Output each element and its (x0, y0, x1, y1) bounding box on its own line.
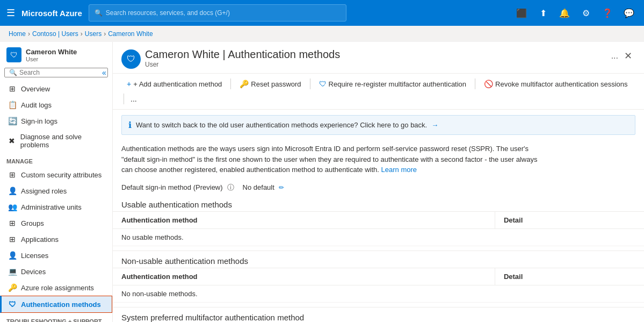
close-button[interactable]: ✕ (620, 48, 635, 63)
sidebar-item-devices[interactable]: 💻 Devices (0, 263, 112, 280)
default-signin-edit-icon[interactable]: ✏ (279, 184, 284, 191)
hamburger-menu-icon[interactable]: ☰ (6, 7, 15, 19)
table-row: No usable methods. (113, 228, 644, 246)
sidebar: 🛡 Cameron White User 🔍 « ⊞ Overview 📋 Au… (0, 42, 113, 322)
breadcrumb-home[interactable]: Home (9, 30, 26, 38)
table-row: No non-usable methods. (113, 285, 644, 302)
info-banner-text: Want to switch back to the old user auth… (136, 121, 427, 129)
upload-icon[interactable]: ⬆ (534, 4, 552, 22)
toolbar-sep2 (310, 78, 310, 89)
cloud-shell-icon[interactable]: ⬛ (513, 4, 530, 22)
learn-more-link[interactable]: Learn more (381, 166, 417, 174)
content-header: 🛡 Cameron White | Authentication methods… (113, 42, 644, 74)
devices-icon: 💻 (8, 267, 17, 276)
sidebar-item-custom-security[interactable]: ⊞ Custom security attributes (0, 167, 112, 183)
revoke-mfa-label: Revoke multifactor authentication sessio… (495, 80, 627, 88)
sidebar-navigation: ⊞ Overview 📋 Audit logs 🔄 Sign-in logs ✖… (0, 81, 112, 322)
info-banner: ℹ Want to switch back to the old user au… (121, 115, 635, 135)
notification-bell-icon[interactable]: 🔔 (556, 4, 573, 22)
sidebar-search-input[interactable] (19, 69, 100, 76)
topnav-icon-group: ⬛ ⬆ 🔔 ⚙ ❓ 💬 (513, 4, 638, 22)
sidebar-item-label: Overview (21, 85, 50, 93)
revoke-mfa-button[interactable]: 🚫 Revoke multifactor authentication sess… (479, 77, 633, 91)
non-usable-empty-text: No non-usable methods. (113, 285, 644, 302)
sidebar-user-name: Cameron White (26, 48, 77, 56)
require-reregister-button[interactable]: 🛡 Require re-register multifactor authen… (314, 77, 472, 91)
reset-password-button[interactable]: 🔑 Reset password (234, 77, 306, 91)
help-question-icon[interactable]: ❓ (599, 4, 616, 22)
content-description: Authentication methods are the ways user… (113, 140, 644, 181)
sidebar-item-licenses[interactable]: 👤 Licenses (0, 247, 112, 263)
search-icon: 🔍 (95, 9, 103, 17)
non-usable-auth-table: Authentication method Detail No non-usab… (113, 268, 644, 303)
sidebar-item-label: Administrative units (21, 203, 82, 211)
section-divider-1 (113, 251, 644, 251)
breadcrumb-cameron[interactable]: Cameron White (108, 30, 153, 38)
feedback-icon[interactable]: 💬 (620, 4, 638, 22)
manage-section-label: Manage (0, 153, 112, 167)
non-usable-section-title: Non-usable authentication methods (113, 253, 644, 268)
sidebar-item-applications[interactable]: ⊞ Applications (0, 231, 112, 247)
info-circle-icon: ℹ (128, 120, 132, 130)
default-signin-info-icon[interactable]: ⓘ (227, 183, 234, 192)
sidebar-search-icon: 🔍 (9, 69, 17, 76)
sidebar-user-role: User (26, 56, 77, 62)
sidebar-item-audit-logs[interactable]: 📋 Audit logs (0, 97, 112, 113)
audit-logs-icon: 📋 (8, 101, 17, 109)
main-content: 🛡 Cameron White | Authentication methods… (113, 42, 644, 322)
custom-security-icon: ⊞ (8, 170, 17, 179)
sidebar-item-label: Licenses (21, 252, 48, 260)
global-search-box[interactable]: 🔍 (89, 4, 346, 22)
usable-col-detail: Detail (495, 211, 644, 228)
reset-password-label: Reset password (251, 80, 301, 88)
settings-gear-icon[interactable]: ⚙ (577, 4, 595, 22)
sidebar-item-label: Sign-in logs (21, 117, 57, 125)
sidebar-collapse-button[interactable]: « (102, 68, 106, 77)
toolbar-sep1 (230, 78, 231, 89)
default-signin-row: Default sign-in method (Preview) ⓘ No de… (113, 181, 644, 197)
sidebar-item-azure-role[interactable]: 🔑 Azure role assignments (0, 280, 112, 296)
info-banner-link[interactable]: → (431, 121, 438, 129)
licenses-icon: 👤 (8, 251, 17, 260)
content-toolbar: + + Add authentication method 🔑 Reset pa… (113, 74, 644, 110)
usable-auth-table: Authentication method Detail No usable m… (113, 211, 644, 246)
sidebar-item-diagnose[interactable]: ✖ Diagnose and solve problems (0, 129, 112, 153)
usable-empty-text: No usable methods. (113, 228, 644, 246)
assigned-roles-icon: 👤 (8, 187, 17, 195)
mfa-section-title: System preferred multifactor authenticat… (113, 310, 644, 323)
breadcrumb-users[interactable]: Users (85, 30, 102, 38)
sidebar-item-sign-in-logs[interactable]: 🔄 Sign-in logs (0, 113, 112, 129)
usable-section-title: Usable authentication methods (113, 197, 644, 211)
sidebar-item-auth-methods[interactable]: 🛡 Authentication methods (0, 296, 112, 313)
top-navigation: ☰ Microsoft Azure 🔍 ⬛ ⬆ 🔔 ⚙ ❓ 💬 (0, 0, 644, 26)
add-auth-method-button[interactable]: + + Add authentication method (121, 77, 227, 91)
sidebar-item-admin-units[interactable]: 👥 Administrative units (0, 199, 112, 215)
sidebar-item-groups[interactable]: ⊞ Groups (0, 215, 112, 231)
sidebar-item-label: Devices (21, 268, 46, 276)
sidebar-item-assigned-roles[interactable]: 👤 Assigned roles (0, 183, 112, 199)
key-icon: 🔑 (240, 80, 249, 88)
breadcrumb-contoso[interactable]: Contoso | Users (32, 30, 78, 38)
breadcrumb-sep3: › (104, 30, 106, 38)
require-reregister-label: Require re-register multifactor authenti… (329, 80, 467, 88)
auth-methods-icon: 🛡 (8, 300, 17, 309)
global-search-input[interactable] (106, 9, 341, 17)
toolbar-more-button[interactable]: ... (127, 92, 140, 106)
header-ellipsis-button[interactable]: ... (611, 51, 618, 61)
breadcrumb-sep1: › (28, 30, 30, 38)
sidebar-search-box[interactable]: 🔍 « (4, 68, 108, 77)
troubleshoot-section-label: Troubleshooting + Support (0, 313, 112, 322)
revoke-icon: 🚫 (484, 80, 493, 88)
applications-icon: ⊞ (8, 235, 17, 244)
sidebar-item-label: Custom security attributes (21, 171, 102, 179)
sidebar-item-label: Azure role assignments (21, 284, 94, 292)
sign-in-icon: 🔄 (8, 117, 17, 125)
content-user-icon: 🛡 (121, 49, 141, 69)
sidebar-item-label: Audit logs (21, 101, 52, 109)
sidebar-item-overview[interactable]: ⊞ Overview (0, 81, 112, 97)
sidebar-header: 🛡 Cameron White User (0, 42, 112, 66)
add-auth-label: + Add authentication method (133, 80, 222, 88)
desc-text2: "default sign-in method" is the first on… (121, 155, 538, 163)
non-usable-col-detail: Detail (495, 268, 644, 285)
toolbar-sep4 (124, 94, 124, 104)
